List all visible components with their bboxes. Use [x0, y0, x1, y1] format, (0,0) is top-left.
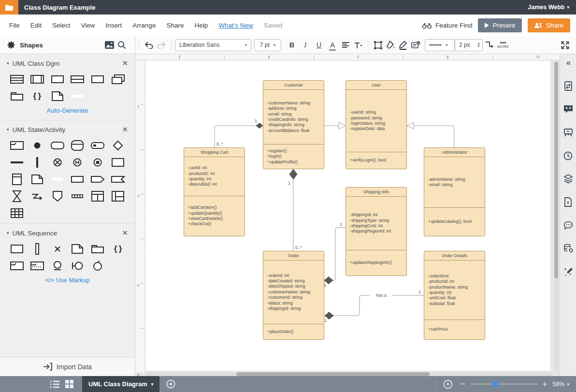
constraint-shape-icon[interactable]: { } [110, 243, 126, 255]
magic-wand-icon[interactable] [563, 266, 574, 277]
data-linking-icon[interactable] [563, 243, 574, 254]
text-color-button[interactable]: A [326, 41, 339, 49]
page-settings-icon[interactable] [563, 81, 574, 91]
undo-button[interactable] [143, 39, 155, 51]
class-shipping-info[interactable]: Shipping Info -shippingId: int-shippingT… [346, 187, 407, 276]
class-administrator[interactable]: Administrator -adminName: string-email: … [424, 147, 485, 236]
menu-item[interactable]: Insert [101, 22, 128, 29]
send-signal-shape-icon[interactable] [89, 173, 106, 186]
feature-find-button[interactable]: Feature Find [422, 22, 473, 29]
home-folder-button[interactable] [0, 0, 18, 15]
connector-type-button[interactable] [483, 39, 495, 51]
receive-signal-shape-icon[interactable] [110, 173, 126, 186]
underline-button[interactable]: U [312, 41, 326, 49]
canvas[interactable]: 246810 2468 [135, 54, 560, 376]
zoom-in-button[interactable]: + [543, 380, 547, 388]
active-class-shape-icon[interactable] [29, 73, 45, 86]
import-data-button[interactable]: Import Data [0, 357, 135, 376]
zoom-slider[interactable] [471, 383, 537, 385]
package-shape-icon[interactable] [89, 243, 106, 255]
line-style-select[interactable]: ▾ [425, 39, 455, 51]
zoom-out-button[interactable]: − [461, 380, 465, 388]
theme-icon[interactable] [563, 197, 574, 207]
state-shape-icon[interactable] [49, 139, 66, 152]
active-sheet-tab[interactable]: UML Class Diagram ▾ [82, 376, 159, 392]
history-state-shape-icon[interactable] [69, 156, 86, 169]
history-icon[interactable] [563, 150, 574, 161]
time-event-shape-icon[interactable] [9, 190, 25, 203]
control-shape-icon[interactable] [89, 260, 106, 272]
signal-flow-shape-icon[interactable] [29, 190, 45, 203]
action-shape-icon[interactable] [110, 156, 126, 169]
class-customer[interactable]: Customer -customerName: string-address: … [263, 80, 324, 169]
simple-class-shape-icon[interactable] [89, 73, 106, 86]
join-bar-shape-icon[interactable] [29, 156, 45, 169]
image-icon[interactable] [103, 39, 115, 51]
frame-shape-icon[interactable] [9, 139, 25, 152]
text-align-button[interactable] [339, 39, 352, 51]
close-icon[interactable]: ✕ [122, 125, 128, 134]
boundary-shape-icon[interactable] [69, 260, 86, 272]
font-size-select[interactable]: 7 pt ▾ [254, 39, 281, 51]
class-shopping-cart[interactable]: Shopping Cart -cartId: int-productID: in… [184, 147, 245, 236]
add-page-icon[interactable] [163, 377, 178, 392]
menu-item[interactable]: Arrange [127, 22, 161, 29]
close-icon[interactable]: ✕ [122, 229, 128, 237]
share-button[interactable]: Share [528, 18, 570, 32]
presentation-icon[interactable] [563, 127, 574, 138]
fullscreen-icon[interactable] [559, 39, 571, 51]
table-shape-icon[interactable] [9, 207, 25, 219]
italic-button[interactable]: I [299, 41, 312, 49]
document-list-icon[interactable] [47, 377, 62, 392]
user-account-menu[interactable]: James Webb ▾ [528, 4, 569, 11]
entity-shape-icon[interactable] [49, 260, 66, 272]
page-grid-icon[interactable] [62, 377, 76, 392]
vertical-scrollbar[interactable] [554, 61, 558, 372]
text-shape-icon[interactable] [69, 90, 86, 102]
text-options-button[interactable] [352, 39, 364, 51]
diagram-page[interactable]: 1 0..* 1 0..* 1 1 1 1 has a Customer -cu… [145, 60, 550, 371]
swimlane-vertical-shape-icon[interactable] [110, 190, 126, 203]
fork-bar-shape-icon[interactable] [9, 156, 25, 169]
final-state-shape-icon[interactable] [89, 156, 106, 169]
interrupt-region-shape-icon[interactable] [49, 190, 66, 203]
menu-item[interactable]: File [4, 22, 25, 29]
font-family-select[interactable]: Liberation Sans ▾ [175, 39, 251, 51]
class-order[interactable]: Order -orderId: int-dateCreated: string-… [263, 251, 324, 340]
fill-color-button[interactable] [384, 39, 397, 51]
class-shape-icon[interactable] [9, 73, 25, 86]
object-shape-icon[interactable] [49, 73, 66, 86]
note-shape-icon[interactable] [69, 243, 86, 255]
zoom-slider-knob[interactable] [492, 381, 498, 387]
activity-shape-icon[interactable] [69, 173, 86, 186]
activation-shape-icon[interactable] [29, 243, 45, 255]
line-color-button[interactable] [397, 39, 409, 51]
text-shape-icon[interactable] [49, 173, 66, 186]
constraint-shape-icon[interactable]: { } [29, 90, 45, 102]
pan-mode-icon[interactable] [441, 377, 455, 392]
menu-item[interactable]: Share [161, 22, 189, 29]
package-shape-icon[interactable] [9, 90, 25, 102]
note-shape-icon[interactable] [49, 90, 66, 102]
initial-state-shape-icon[interactable] [29, 139, 45, 152]
menu-item[interactable]: Select [47, 22, 76, 29]
horizontal-scrollbar-thumb[interactable] [236, 372, 430, 376]
object-node-shape-icon[interactable] [9, 173, 25, 186]
more-options-button[interactable]: •••MORE [497, 41, 509, 49]
comments-icon[interactable] [563, 220, 574, 231]
collapse-triangle-icon[interactable]: ▾ [7, 231, 9, 235]
interface-shape-icon[interactable] [69, 73, 86, 86]
line-style-check-button[interactable] [409, 39, 422, 51]
lifeline-shape-icon[interactable] [9, 243, 25, 255]
use-markup-link[interactable]: </> Use Markup [7, 275, 128, 289]
collapse-triangle-icon[interactable]: ▾ [7, 127, 9, 132]
present-button[interactable]: Present [478, 18, 522, 32]
class-order-details[interactable]: Order Details -orderId:int-productId: in… [424, 251, 485, 340]
horizontal-scrollbar[interactable] [145, 372, 553, 376]
search-icon[interactable] [115, 39, 128, 51]
stepper-arrows-icon[interactable]: ▲▼ [477, 42, 480, 48]
decision-shape-icon[interactable] [110, 139, 126, 152]
zoom-level[interactable]: 58% ▾ [552, 381, 569, 388]
collapse-triangle-icon[interactable]: ▾ [7, 61, 9, 66]
expansion-node-shape-icon[interactable] [69, 190, 86, 203]
